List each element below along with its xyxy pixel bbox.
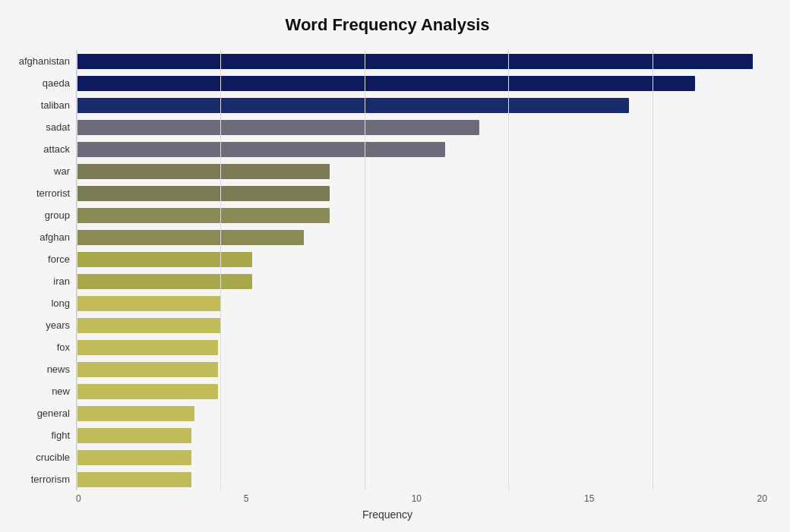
bar bbox=[77, 98, 629, 113]
bar-row bbox=[77, 448, 767, 467]
bar-row bbox=[77, 250, 767, 269]
bar-row bbox=[77, 162, 767, 181]
bar-row bbox=[77, 272, 767, 291]
bar bbox=[77, 340, 218, 355]
y-label: attack bbox=[43, 140, 70, 159]
bar-row bbox=[77, 360, 767, 379]
y-label: crucible bbox=[36, 448, 70, 467]
x-axis-title: Frequency bbox=[8, 508, 767, 521]
y-axis: afghanistanqaedatalibansadatattackwarter… bbox=[8, 50, 76, 490]
y-label: afghan bbox=[40, 228, 70, 247]
bar bbox=[77, 120, 479, 135]
bar-row bbox=[77, 140, 767, 159]
x-axis-labels: 05101520 bbox=[76, 493, 767, 504]
x-tick: 15 bbox=[584, 493, 594, 504]
bar-row bbox=[77, 52, 767, 71]
bar-row bbox=[77, 404, 767, 423]
bar-row bbox=[77, 228, 767, 247]
grid-line bbox=[220, 50, 221, 490]
bar bbox=[77, 362, 218, 377]
y-label: general bbox=[37, 404, 70, 423]
chart-area: afghanistanqaedatalibansadatattackwarter… bbox=[8, 50, 767, 490]
bar bbox=[77, 274, 252, 289]
bar bbox=[77, 428, 191, 443]
y-label: terrorism bbox=[31, 470, 70, 490]
bar-row bbox=[77, 316, 767, 335]
y-label: long bbox=[51, 294, 70, 313]
bar bbox=[77, 252, 252, 267]
y-label: afghanistan bbox=[19, 52, 70, 71]
bar bbox=[77, 54, 753, 69]
bar-row bbox=[77, 118, 767, 137]
bar bbox=[77, 186, 330, 201]
y-label: new bbox=[52, 382, 70, 401]
bar bbox=[77, 472, 191, 487]
y-label: qaeda bbox=[43, 74, 70, 93]
grid-line bbox=[77, 50, 77, 490]
bar bbox=[77, 142, 445, 157]
y-label: years bbox=[46, 316, 70, 335]
x-tick: 20 bbox=[757, 493, 767, 504]
x-tick: 10 bbox=[412, 493, 422, 504]
x-axis: 05101520 bbox=[8, 493, 767, 504]
bar-row bbox=[77, 294, 767, 313]
x-tick: 0 bbox=[76, 493, 81, 504]
bar bbox=[77, 384, 218, 399]
chart-title: Word Frequency Analysis bbox=[8, 15, 767, 35]
y-label: group bbox=[45, 206, 70, 225]
bar bbox=[77, 230, 304, 245]
chart-container: Word Frequency Analysis afghanistanqaeda… bbox=[0, 0, 790, 532]
y-label: terrorist bbox=[36, 184, 70, 203]
y-label: news bbox=[47, 360, 70, 379]
y-label: taliban bbox=[41, 96, 70, 115]
bar bbox=[77, 318, 220, 333]
bar bbox=[77, 296, 220, 311]
bar-row bbox=[77, 74, 767, 93]
bar-row bbox=[77, 338, 767, 357]
bar-row bbox=[77, 426, 767, 445]
bar-row bbox=[77, 206, 767, 225]
bar-row bbox=[77, 470, 767, 490]
bar bbox=[77, 208, 330, 223]
bar bbox=[77, 406, 194, 421]
y-label: force bbox=[48, 250, 70, 269]
bar-row bbox=[77, 382, 767, 401]
bar bbox=[77, 76, 695, 91]
bar-row bbox=[77, 96, 767, 115]
grid-line bbox=[365, 50, 365, 490]
grid-line bbox=[508, 50, 509, 490]
y-label: fox bbox=[57, 338, 70, 357]
bar-row bbox=[77, 184, 767, 203]
y-label: sadat bbox=[46, 118, 70, 137]
x-axis-spacer bbox=[8, 493, 76, 504]
x-axis-container: 05101520 Frequency bbox=[8, 493, 767, 521]
bar bbox=[77, 450, 191, 465]
bars-area bbox=[76, 50, 767, 490]
y-label: fight bbox=[51, 426, 70, 445]
x-tick: 5 bbox=[244, 493, 249, 504]
y-label: war bbox=[54, 162, 70, 181]
grid-line bbox=[653, 50, 653, 490]
bar bbox=[77, 164, 330, 179]
y-label: iran bbox=[53, 272, 70, 291]
